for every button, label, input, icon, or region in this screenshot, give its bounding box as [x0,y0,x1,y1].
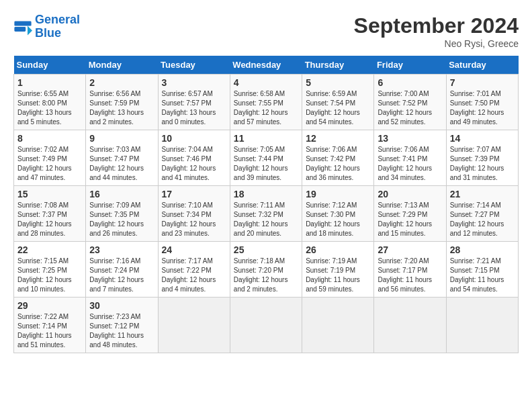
logo-text: General Blue [35,13,80,40]
day-info: Sunrise: 7:21 AM Sunset: 7:15 PM Dayligh… [450,257,515,294]
calendar-cell: 26Sunrise: 7:19 AM Sunset: 7:19 PM Dayli… [302,242,374,298]
calendar-cell: 17Sunrise: 7:10 AM Sunset: 7:34 PM Dayli… [158,186,230,242]
calendar-cell: 11Sunrise: 7:05 AM Sunset: 7:44 PM Dayli… [230,130,302,186]
calendar-cell: 8Sunrise: 7:02 AM Sunset: 7:49 PM Daylig… [14,130,86,186]
day-of-week-header: SundayMondayTuesdayWednesdayThursdayFrid… [14,56,519,75]
day-info: Sunrise: 7:05 AM Sunset: 7:44 PM Dayligh… [234,145,298,183]
day-info: Sunrise: 7:16 AM Sunset: 7:24 PM Dayligh… [89,257,154,294]
day-info: Sunrise: 7:03 AM Sunset: 7:47 PM Dayligh… [89,145,154,183]
calendar-week-row: 8Sunrise: 7:02 AM Sunset: 7:49 PM Daylig… [14,130,519,186]
calendar-table: SundayMondayTuesdayWednesdayThursdayFrid… [13,56,519,353]
calendar-cell: 30Sunrise: 7:23 AM Sunset: 7:12 PM Dayli… [86,298,158,353]
calendar-cell: 5Sunrise: 6:59 AM Sunset: 7:54 PM Daylig… [302,75,374,130]
day-info: Sunrise: 7:11 AM Sunset: 7:32 PM Dayligh… [234,201,298,238]
calendar-cell: 1Sunrise: 6:55 AM Sunset: 8:00 PM Daylig… [14,75,86,130]
svg-marker-2 [28,26,32,35]
day-info: Sunrise: 7:09 AM Sunset: 7:35 PM Dayligh… [89,201,154,238]
day-info: Sunrise: 7:04 AM Sunset: 7:46 PM Dayligh… [162,145,226,183]
day-info: Sunrise: 7:01 AM Sunset: 7:50 PM Dayligh… [450,89,515,127]
calendar-cell: 9Sunrise: 7:03 AM Sunset: 7:47 PM Daylig… [86,130,158,186]
calendar-cell: 7Sunrise: 7:01 AM Sunset: 7:50 PM Daylig… [446,75,518,130]
day-number: 8 [17,133,82,144]
calendar-cell: 12Sunrise: 7:06 AM Sunset: 7:42 PM Dayli… [302,130,374,186]
day-info: Sunrise: 7:08 AM Sunset: 7:37 PM Dayligh… [17,201,82,238]
calendar-cell: 28Sunrise: 7:21 AM Sunset: 7:15 PM Dayli… [446,242,518,298]
svg-rect-0 [14,21,31,26]
day-number: 23 [89,244,154,255]
page-header: General Blue September 2024 Neo Rysi, Gr… [13,13,519,49]
day-info: Sunrise: 6:56 AM Sunset: 7:59 PM Dayligh… [89,89,154,127]
day-info: Sunrise: 7:02 AM Sunset: 7:49 PM Dayligh… [17,145,82,183]
dow-header-cell: Wednesday [230,56,302,75]
calendar-cell: 6Sunrise: 7:00 AM Sunset: 7:52 PM Daylig… [374,75,446,130]
day-info: Sunrise: 7:07 AM Sunset: 7:39 PM Dayligh… [450,145,515,183]
calendar-cell [302,298,374,353]
calendar-cell: 15Sunrise: 7:08 AM Sunset: 7:37 PM Dayli… [14,186,86,242]
day-number: 18 [234,189,298,199]
calendar-cell: 3Sunrise: 6:57 AM Sunset: 7:57 PM Daylig… [158,75,230,130]
day-number: 16 [89,189,154,199]
calendar-cell: 2Sunrise: 6:56 AM Sunset: 7:59 PM Daylig… [86,75,158,130]
day-number: 3 [162,77,226,88]
day-info: Sunrise: 7:14 AM Sunset: 7:27 PM Dayligh… [450,201,515,238]
calendar-week-row: 1Sunrise: 6:55 AM Sunset: 8:00 PM Daylig… [14,75,519,130]
day-number: 22 [17,244,82,255]
calendar-cell: 21Sunrise: 7:14 AM Sunset: 7:27 PM Dayli… [446,186,518,242]
day-number: 7 [450,77,515,88]
day-number: 11 [234,133,298,144]
dow-header-cell: Tuesday [158,56,230,75]
day-number: 12 [306,133,370,144]
day-info: Sunrise: 6:55 AM Sunset: 8:00 PM Dayligh… [17,89,82,127]
calendar-cell: 22Sunrise: 7:15 AM Sunset: 7:25 PM Dayli… [14,242,86,298]
dow-header-cell: Sunday [14,56,86,75]
svg-rect-1 [14,27,26,32]
calendar-week-row: 22Sunrise: 7:15 AM Sunset: 7:25 PM Dayli… [14,242,519,298]
calendar-week-row: 29Sunrise: 7:22 AM Sunset: 7:14 PM Dayli… [14,298,519,353]
day-number: 19 [306,189,370,199]
day-info: Sunrise: 7:00 AM Sunset: 7:52 PM Dayligh… [378,89,442,127]
day-number: 25 [234,244,298,255]
day-number: 5 [306,77,370,88]
day-info: Sunrise: 7:22 AM Sunset: 7:14 PM Dayligh… [17,312,82,350]
day-number: 4 [234,77,298,88]
day-info: Sunrise: 7:12 AM Sunset: 7:30 PM Dayligh… [306,201,370,238]
day-number: 10 [162,133,226,144]
day-number: 24 [162,244,226,255]
day-info: Sunrise: 7:20 AM Sunset: 7:17 PM Dayligh… [378,257,442,294]
day-info: Sunrise: 7:15 AM Sunset: 7:25 PM Dayligh… [17,257,82,294]
day-number: 26 [306,244,370,255]
day-info: Sunrise: 7:13 AM Sunset: 7:29 PM Dayligh… [378,201,442,238]
day-number: 30 [89,300,154,311]
day-number: 21 [450,189,515,199]
day-info: Sunrise: 6:59 AM Sunset: 7:54 PM Dayligh… [306,89,370,127]
day-number: 2 [89,77,154,88]
day-info: Sunrise: 7:06 AM Sunset: 7:42 PM Dayligh… [306,145,370,183]
calendar-cell: 13Sunrise: 7:06 AM Sunset: 7:41 PM Dayli… [374,130,446,186]
location: Neo Rysi, Greece [354,38,519,49]
calendar-cell: 10Sunrise: 7:04 AM Sunset: 7:46 PM Dayli… [158,130,230,186]
day-info: Sunrise: 6:58 AM Sunset: 7:55 PM Dayligh… [234,89,298,127]
day-info: Sunrise: 7:17 AM Sunset: 7:22 PM Dayligh… [162,257,226,294]
day-info: Sunrise: 7:18 AM Sunset: 7:20 PM Dayligh… [234,257,298,294]
dow-header-cell: Monday [86,56,158,75]
day-info: Sunrise: 7:23 AM Sunset: 7:12 PM Dayligh… [89,312,154,350]
day-number: 9 [89,133,154,144]
day-info: Sunrise: 7:06 AM Sunset: 7:41 PM Dayligh… [378,145,442,183]
calendar-week-row: 15Sunrise: 7:08 AM Sunset: 7:37 PM Dayli… [14,186,519,242]
calendar-cell: 18Sunrise: 7:11 AM Sunset: 7:32 PM Dayli… [230,186,302,242]
month-title: September 2024 [354,13,519,38]
calendar-cell: 29Sunrise: 7:22 AM Sunset: 7:14 PM Dayli… [14,298,86,353]
day-number: 1 [17,77,82,88]
calendar-cell: 16Sunrise: 7:09 AM Sunset: 7:35 PM Dayli… [86,186,158,242]
day-number: 29 [17,300,82,311]
calendar-cell: 4Sunrise: 6:58 AM Sunset: 7:55 PM Daylig… [230,75,302,130]
title-block: September 2024 Neo Rysi, Greece [354,13,519,49]
day-number: 15 [17,189,82,199]
dow-header-cell: Thursday [302,56,374,75]
day-info: Sunrise: 7:10 AM Sunset: 7:34 PM Dayligh… [162,201,226,238]
calendar-cell [374,298,446,353]
day-number: 28 [450,244,515,255]
dow-header-cell: Saturday [446,56,518,75]
calendar-cell: 20Sunrise: 7:13 AM Sunset: 7:29 PM Dayli… [374,186,446,242]
calendar-cell [230,298,302,353]
